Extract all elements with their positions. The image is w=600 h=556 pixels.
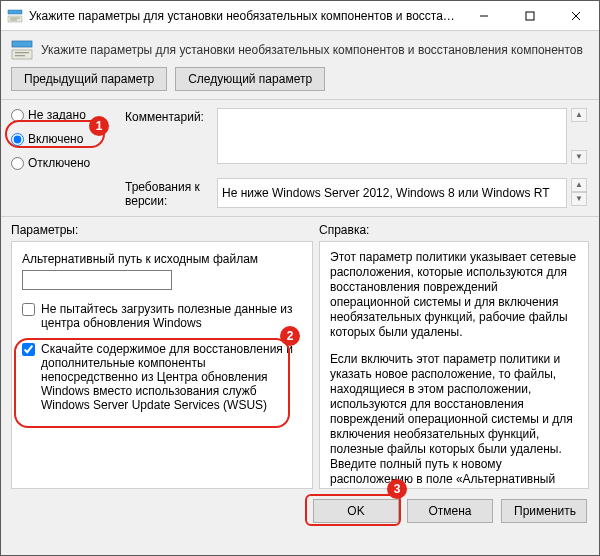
radio-enabled-input[interactable] xyxy=(11,133,24,146)
titlebar: Укажите параметры для установки необязат… xyxy=(1,1,599,31)
state-radios: 1 Не задано Включено Отключено xyxy=(11,108,121,170)
help-label: Справка: xyxy=(319,223,589,237)
help-p1: Этот параметр политики указывает сетевые… xyxy=(330,250,578,340)
radio-enabled[interactable]: Включено xyxy=(11,132,121,146)
svg-rect-8 xyxy=(12,41,32,47)
heading-text: Укажите параметры для установки необязат… xyxy=(41,43,583,57)
content-area: Укажите параметры для установки необязат… xyxy=(1,31,599,555)
comment-label: Комментарий: xyxy=(125,108,213,170)
svg-rect-10 xyxy=(15,52,29,53)
alt-path-label: Альтернативный путь к исходным файлам xyxy=(22,252,302,266)
req-scroll-up[interactable]: ▲ xyxy=(571,178,587,192)
svg-rect-1 xyxy=(8,16,22,22)
svg-rect-5 xyxy=(526,12,534,20)
svg-rect-3 xyxy=(10,19,17,20)
svg-rect-2 xyxy=(10,17,20,18)
radio-disabled-input[interactable] xyxy=(11,157,24,170)
radio-not-configured[interactable]: Не задано xyxy=(11,108,121,122)
comment-spin: ▲ ▼ xyxy=(571,108,589,164)
req-scroll-down[interactable]: ▼ xyxy=(571,192,587,206)
help-p2: Если включить этот параметр политики и у… xyxy=(330,352,578,489)
dialog-window: Укажите параметры для установки необязат… xyxy=(0,0,600,556)
svg-rect-11 xyxy=(15,55,25,56)
window-title: Укажите параметры для установки необязат… xyxy=(29,9,461,23)
heading-row: Укажите параметры для установки необязат… xyxy=(1,31,599,67)
radio-enabled-label: Включено xyxy=(28,132,83,146)
params-label: Параметры: xyxy=(11,223,319,237)
svg-rect-9 xyxy=(12,50,32,59)
mid-columns: Альтернативный путь к исходным файлам Не… xyxy=(1,241,599,489)
previous-setting-button[interactable]: Предыдущий параметр xyxy=(11,67,167,91)
help-body: Этот параметр политики указывает сетевые… xyxy=(330,250,578,489)
comment-textarea[interactable] xyxy=(217,108,567,164)
chk-direct-wu[interactable]: Скачайте содержимое для восстановления и… xyxy=(22,342,302,412)
footer: 3 OK Отмена Применить xyxy=(1,489,599,533)
radio-disabled[interactable]: Отключено xyxy=(11,156,121,170)
nav-row: Предыдущий параметр Следующий параметр xyxy=(1,67,599,99)
chk-no-download-label: Не пытайтесь загрузить полезные данные и… xyxy=(41,302,302,330)
help-panel[interactable]: Этот параметр политики указывает сетевые… xyxy=(319,241,589,489)
svg-rect-0 xyxy=(8,10,22,14)
window-buttons xyxy=(461,1,599,30)
comment-scroll-up[interactable]: ▲ xyxy=(571,108,587,122)
radio-not-configured-label: Не задано xyxy=(28,108,86,122)
cancel-button[interactable]: Отмена xyxy=(407,499,493,523)
minimize-button[interactable] xyxy=(461,1,507,30)
req-spin: ▲ ▼ xyxy=(571,178,589,208)
radio-disabled-label: Отключено xyxy=(28,156,90,170)
comment-scroll-down[interactable]: ▼ xyxy=(571,150,587,164)
state-grid: 1 Не задано Включено Отключено Комментар… xyxy=(1,100,599,174)
section-labels: Параметры: Справка: xyxy=(1,217,599,241)
policy-icon xyxy=(7,8,23,24)
chk-direct-wu-input[interactable] xyxy=(22,343,35,356)
alt-path-input[interactable] xyxy=(22,270,172,290)
apply-button[interactable]: Применить xyxy=(501,499,587,523)
params-panel: Альтернативный путь к исходным файлам Не… xyxy=(11,241,313,489)
radio-not-configured-input[interactable] xyxy=(11,109,24,122)
next-setting-button[interactable]: Следующий параметр xyxy=(175,67,325,91)
requirements-text: Не ниже Windows Server 2012, Windows 8 и… xyxy=(217,178,567,208)
chk-no-download[interactable]: Не пытайтесь загрузить полезные данные и… xyxy=(22,302,302,330)
requirements-row: Требования к версии: Не ниже Windows Ser… xyxy=(1,174,599,216)
close-button[interactable] xyxy=(553,1,599,30)
policy-icon xyxy=(11,39,33,61)
maximize-button[interactable] xyxy=(507,1,553,30)
chk-direct-wu-label: Скачайте содержимое для восстановления и… xyxy=(41,342,302,412)
requirements-label: Требования к версии: xyxy=(125,178,213,208)
chk-no-download-input[interactable] xyxy=(22,303,35,316)
ok-button[interactable]: OK xyxy=(313,499,399,523)
